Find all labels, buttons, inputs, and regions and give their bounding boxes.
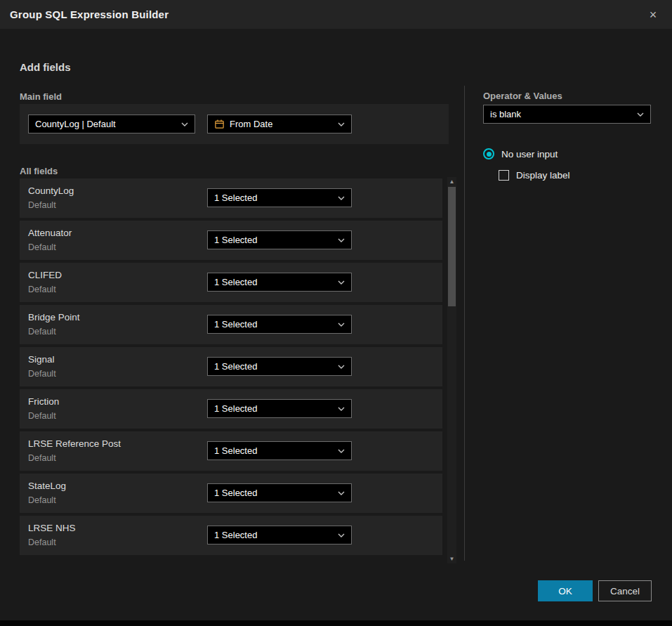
close-icon[interactable]: × <box>644 6 662 24</box>
field-selection-dropdown[interactable]: 1 Selected <box>207 357 352 376</box>
field-selection-dropdown[interactable]: 1 Selected <box>207 273 352 292</box>
field-source: Default <box>28 200 56 210</box>
scrollbar-up-icon[interactable]: ▲ <box>447 177 456 186</box>
radio-label: No user input <box>501 149 558 159</box>
dropdown-value: 1 Selected <box>214 193 257 203</box>
dropdown-value: 1 Selected <box>214 277 257 287</box>
dialog-header: Group SQL Expression Builder × <box>0 0 672 29</box>
chevron-down-icon <box>181 122 188 126</box>
operator-dropdown[interactable]: is blank <box>483 105 651 124</box>
panel-divider <box>464 86 465 561</box>
field-selection-dropdown[interactable]: 1 Selected <box>207 483 352 502</box>
field-row-friction: Friction Default 1 Selected <box>20 389 442 429</box>
display-label-checkbox[interactable]: Display label <box>499 170 570 181</box>
field-name: Attenuator <box>28 228 72 238</box>
chevron-down-icon <box>338 533 345 537</box>
chevron-down-icon <box>338 365 345 369</box>
chevron-down-icon <box>338 491 345 495</box>
field-selection-dropdown[interactable]: 1 Selected <box>207 188 352 207</box>
chevron-down-icon <box>338 407 345 411</box>
checkbox-unchecked-icon <box>499 170 509 181</box>
field-source: Default <box>28 285 56 294</box>
chevron-down-icon <box>338 449 345 453</box>
screen: Group SQL Expression Builder × Add field… <box>0 0 672 626</box>
field-row-lrse-reference-post: LRSE Reference Post Default 1 Selected <box>20 431 442 471</box>
field-row-statelog: StateLog Default 1 Selected <box>20 474 442 513</box>
radio-selected-icon <box>483 148 494 159</box>
field-selection-dropdown[interactable]: 1 Selected <box>207 441 352 460</box>
main-field-panel: CountyLog | Default From Date <box>20 104 449 144</box>
field-name: LRSE Reference Post <box>28 438 121 449</box>
main-field-dropdown[interactable]: From Date <box>207 115 352 133</box>
field-source: Default <box>28 453 56 463</box>
dropdown-value: 1 Selected <box>214 403 257 414</box>
field-source: Default <box>28 369 56 379</box>
chevron-down-icon <box>338 322 345 327</box>
dropdown-value: is blank <box>490 109 521 119</box>
chevron-down-icon <box>338 238 345 242</box>
field-name: CountyLog <box>28 185 74 196</box>
chevron-down-icon <box>338 196 345 200</box>
field-source: Default <box>28 495 56 505</box>
checkbox-label: Display label <box>516 170 570 181</box>
field-name: Friction <box>28 396 59 407</box>
field-source: Default <box>28 411 56 421</box>
dropdown-value: 1 Selected <box>214 235 257 245</box>
add-fields-heading: Add fields <box>20 61 71 73</box>
field-row-bridge-point: Bridge Point Default 1 Selected <box>20 305 442 344</box>
dropdown-value: 1 Selected <box>214 530 257 540</box>
no-user-input-radio[interactable]: No user input <box>483 148 558 159</box>
dropdown-value: 1 Selected <box>214 319 257 330</box>
field-name: StateLog <box>28 481 66 491</box>
field-row-clifed: CLIFED Default 1 Selected <box>20 263 442 302</box>
field-selection-dropdown[interactable]: 1 Selected <box>207 399 352 418</box>
chevron-down-icon <box>338 280 345 285</box>
field-row-lrse-nhs: LRSE NHS Default 1 Selected <box>20 516 442 555</box>
field-source: Default <box>28 242 56 252</box>
field-source: Default <box>28 327 56 337</box>
field-name: Signal <box>28 354 55 365</box>
dialog-title: Group SQL Expression Builder <box>10 8 169 20</box>
field-row-countylog: CountyLog Default 1 Selected <box>20 178 442 218</box>
group-sql-expression-builder-dialog: Group SQL Expression Builder × Add field… <box>0 0 672 620</box>
field-name: Bridge Point <box>28 312 80 322</box>
field-name: LRSE NHS <box>28 523 76 533</box>
operator-values-heading: Operator & Values <box>483 91 562 101</box>
dropdown-value: 1 Selected <box>214 361 257 372</box>
scrollbar-thumb[interactable] <box>448 187 456 306</box>
field-row-attenuator: Attenuator Default 1 Selected <box>20 221 442 260</box>
field-selection-dropdown[interactable]: 1 Selected <box>207 230 352 249</box>
calendar-icon <box>214 119 225 129</box>
field-selection-dropdown[interactable]: 1 Selected <box>207 526 352 545</box>
cancel-button[interactable]: Cancel <box>598 580 652 601</box>
all-fields-label: All fields <box>20 166 58 176</box>
field-row-signal: Signal Default 1 Selected <box>20 347 442 386</box>
list-scrollbar[interactable]: ▲ ▼ <box>447 177 456 563</box>
field-name: CLIFED <box>28 270 62 280</box>
dropdown-value: CountyLog | Default <box>35 119 116 129</box>
all-fields-list: CountyLog Default 1 Selected Attenuator … <box>20 178 442 555</box>
chevron-down-icon <box>637 112 644 117</box>
main-layer-dropdown[interactable]: CountyLog | Default <box>28 115 195 133</box>
ok-button[interactable]: OK <box>538 580 593 601</box>
dropdown-value: From Date <box>230 119 272 129</box>
field-source: Default <box>28 537 56 547</box>
field-selection-dropdown[interactable]: 1 Selected <box>207 315 352 334</box>
chevron-down-icon <box>338 122 345 126</box>
scrollbar-down-icon[interactable]: ▼ <box>447 554 456 563</box>
dropdown-value: 1 Selected <box>214 488 257 498</box>
main-field-label: Main field <box>20 91 62 102</box>
dropdown-value: 1 Selected <box>214 445 257 456</box>
